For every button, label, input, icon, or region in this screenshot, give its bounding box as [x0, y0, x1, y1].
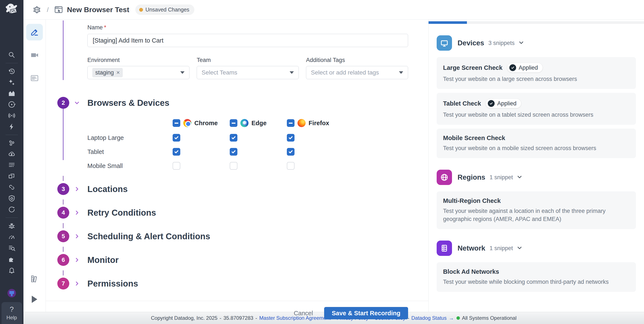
additional-tags-select[interactable]: Select or add related tags	[306, 66, 408, 79]
pipelines-icon	[8, 184, 16, 191]
indeterminate-mark	[174, 123, 178, 124]
unsaved-label: Unsaved Changes	[146, 6, 190, 13]
save-start-recording-button[interactable]: Save & Start Recording	[324, 307, 408, 319]
section-browsers-devices[interactable]: 2 Browsers & Devices	[87, 96, 408, 110]
select-all-edge-checkbox[interactable]	[230, 119, 238, 127]
sidebar-item-apm-radar[interactable]	[5, 110, 18, 121]
snippet-title: Multi-Region Check	[443, 197, 501, 204]
browser-name: Chrome	[194, 120, 218, 127]
rail-item-details[interactable]	[26, 70, 43, 86]
rail-item-edit[interactable]	[26, 24, 43, 40]
snippet-group-regions: Regions1 snippet	[437, 170, 636, 185]
bug-tracking-icon	[8, 222, 16, 230]
chevron-right-icon[interactable]	[74, 210, 80, 215]
sidebar-item-bug-tracking[interactable]	[5, 220, 18, 231]
snippet-description: Test your website against a location in …	[443, 207, 626, 223]
sidebar-item-log-explorer[interactable]	[5, 243, 18, 254]
rail-item-recording[interactable]	[26, 47, 43, 63]
sidebar-item-apps[interactable]	[5, 171, 18, 182]
sidebar-item-bits-ai[interactable]	[5, 288, 18, 299]
sidebar-item-notifications-bell[interactable]	[5, 265, 18, 276]
mobile-small-firefox-checkbox[interactable]	[287, 162, 294, 170]
network-server-icon	[437, 241, 452, 256]
cancel-button[interactable]: Cancel	[294, 310, 313, 317]
pencil-icon	[30, 28, 39, 37]
sidebar-item-ai-sparkles[interactable]	[5, 77, 18, 88]
section-permissions[interactable]: 7Permissions	[87, 276, 408, 291]
indeterminate-mark	[289, 123, 292, 124]
laptop-large-chrome-checkbox[interactable]	[172, 134, 180, 142]
mobile-small-edge-checkbox[interactable]	[230, 162, 238, 170]
sidebar-item-history[interactable]	[5, 66, 18, 77]
sidebar-item-performance-gauge[interactable]	[5, 231, 18, 243]
cloud-cost-icon	[8, 150, 16, 158]
datadog-logo[interactable]	[0, 0, 24, 19]
help-icon: ?	[2, 305, 22, 313]
sidebar-item-security-shield[interactable]	[5, 193, 18, 204]
environment-tag-chip: staging ×	[92, 68, 123, 77]
chevron-down-icon[interactable]	[517, 174, 522, 181]
sidebar-item-cloud-cost[interactable]	[5, 149, 18, 160]
section-locations[interactable]: 3Locations	[87, 182, 408, 197]
chevron-right-icon[interactable]	[74, 281, 80, 286]
select-all-chrome-checkbox[interactable]	[172, 119, 180, 127]
sidebar-item-integrations[interactable]	[5, 138, 18, 149]
tablet-firefox-checkbox[interactable]	[287, 148, 294, 156]
name-input[interactable]: [Staging] Add Item to Cart	[87, 34, 408, 47]
snippet-group-title: Regions	[458, 173, 485, 181]
browser-name: Edge	[252, 120, 266, 127]
sidebar-item-metrics[interactable]	[5, 88, 18, 99]
sidebar-item-marketplace-puzzle[interactable]	[5, 254, 18, 265]
integrations-icon	[8, 139, 16, 147]
chevron-down-icon[interactable]	[74, 100, 80, 106]
chevron-down-icon[interactable]	[517, 245, 522, 251]
edge-icon	[240, 119, 248, 127]
tablet-chrome-checkbox[interactable]	[172, 148, 180, 156]
name-label: Name*	[87, 24, 408, 31]
section-title: Retry Conditions	[87, 208, 156, 218]
device-row: Laptop Large	[87, 131, 408, 145]
snippet-description: Test your website on a tablet sized scre…	[443, 111, 626, 119]
remove-tag-icon[interactable]: ×	[116, 69, 120, 76]
chrome-icon	[183, 119, 191, 127]
laptop-large-edge-checkbox[interactable]	[230, 134, 238, 142]
scrollbar-thumb[interactable]	[428, 21, 467, 24]
snippet-card-mobile-screen-check[interactable]: Mobile Screen CheckTest your website on …	[437, 129, 636, 158]
sidebar-item-quick-actions[interactable]	[5, 121, 18, 132]
video-camera-icon	[30, 51, 39, 60]
snippet-cards: Large Screen CheckAppliedTest your websi…	[437, 57, 636, 158]
sidebar-item-synthetics[interactable]	[5, 99, 18, 110]
laptop-large-firefox-checkbox[interactable]	[287, 134, 294, 142]
section-scheduling-alert-conditions[interactable]: 5Scheduling & Alert Conditions	[87, 229, 408, 244]
mobile-small-chrome-checkbox[interactable]	[172, 162, 180, 170]
chevron-down-icon[interactable]	[518, 40, 524, 46]
chevron-right-icon[interactable]	[74, 186, 80, 192]
sidebar-item-pipelines[interactable]	[5, 182, 18, 193]
chevron-right-icon[interactable]	[74, 257, 80, 263]
section-monitor[interactable]: 6Monitor	[87, 253, 408, 267]
snippet-card-multi-region-check[interactable]: Multi-Region CheckTest your website agai…	[437, 191, 636, 229]
tablet-edge-checkbox[interactable]	[230, 148, 238, 156]
synthetics-icon[interactable]	[32, 5, 41, 14]
rail-item-library[interactable]	[26, 271, 43, 287]
sidebar-nav	[0, 49, 24, 299]
expand-panel-arrow[interactable]	[32, 296, 37, 303]
environment-select[interactable]: staging ×	[87, 66, 190, 79]
sidebar-item-logs[interactable]	[5, 160, 18, 171]
select-all-firefox-checkbox[interactable]	[287, 119, 294, 127]
help-button[interactable]: ? Help	[2, 302, 22, 324]
section-retry-conditions[interactable]: 4Retry Conditions	[87, 205, 408, 220]
device-cell	[172, 162, 230, 170]
device-cell	[287, 162, 344, 170]
horizontal-scrollbar[interactable]	[428, 21, 644, 24]
snippet-card-block-ad-networks[interactable]: Block Ad NetworksTest your website while…	[437, 262, 636, 292]
team-select[interactable]: Select Teams	[197, 66, 299, 79]
sidebar-item-search[interactable]	[5, 49, 18, 60]
snippet-card-large-screen-check[interactable]: Large Screen CheckAppliedTest your websi…	[437, 57, 636, 89]
notifications-bell-icon	[8, 266, 16, 274]
form-list-icon	[30, 74, 39, 83]
chevron-right-icon[interactable]	[74, 234, 80, 239]
snippet-title: Tablet Check	[443, 100, 481, 107]
sidebar-item-service-management[interactable]	[5, 204, 18, 215]
snippet-card-tablet-check[interactable]: Tablet CheckAppliedTest your website on …	[437, 93, 636, 125]
